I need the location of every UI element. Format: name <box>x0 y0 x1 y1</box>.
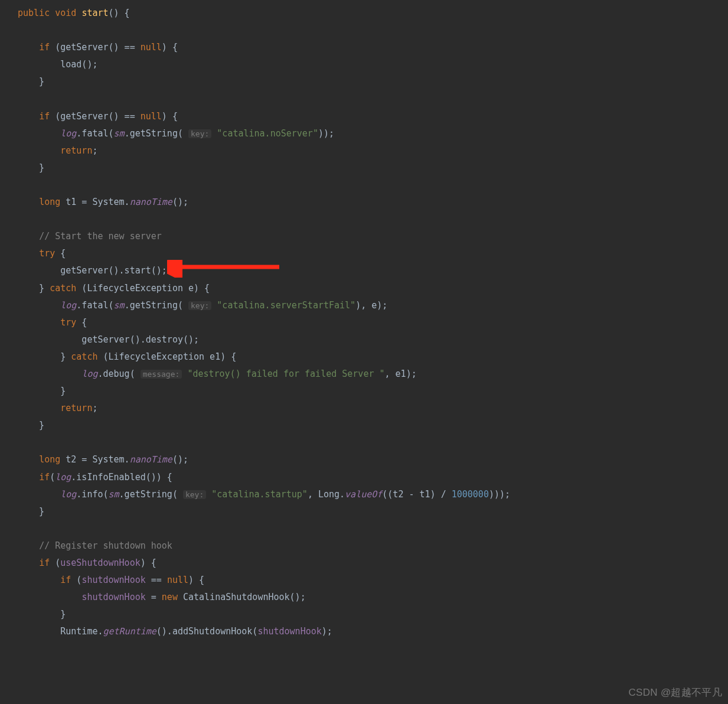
code-editor[interactable]: public void start() { if (getServer() ==… <box>0 0 641 704</box>
inlay-hint-message: message: <box>141 370 182 379</box>
inlay-hint-key: key: <box>188 129 211 138</box>
inlay-hint-key: key: <box>183 490 206 499</box>
comment-start-server: // Start the new server <box>39 231 162 242</box>
method-start: start <box>81 8 108 18</box>
editor-right-padding <box>641 0 728 704</box>
kw-public: public <box>18 8 50 18</box>
watermark-text: CSDN @超越不平凡 <box>629 686 722 699</box>
comment-register-hook: // Register shutdown hook <box>39 540 172 551</box>
inlay-hint-key: key: <box>188 301 211 310</box>
kw-void: void <box>55 8 76 18</box>
